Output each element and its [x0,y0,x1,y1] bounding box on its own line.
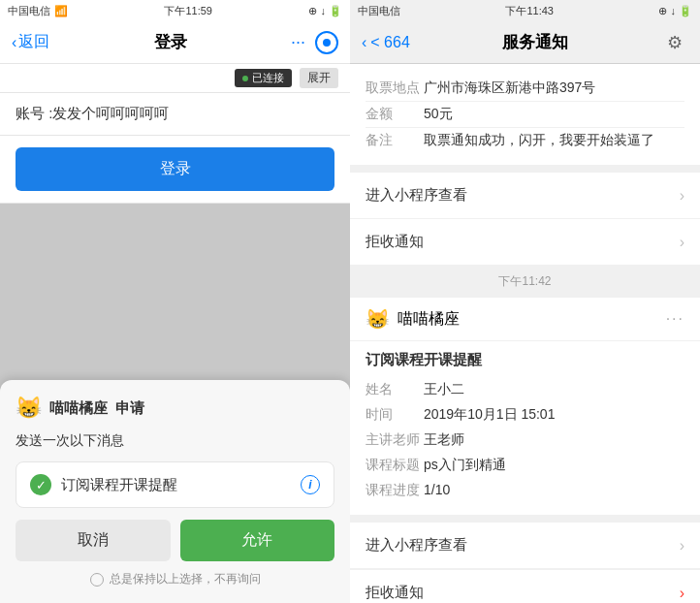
chevron-right-icon-4: › [680,585,684,602]
status-icons-left: ⊕ ↓ 🔋 [308,5,342,17]
left-panel: 中国电信 📶 下午11:59 ⊕ ↓ 🔋 ‹ 返回 登录 ··· 已连接 展开 … [0,0,350,603]
notif-row-amount: 金额 50元 [366,102,684,128]
notif-row-location: 取票地点 广州市海珠区新港中路397号 [366,76,684,102]
chevron-right-icon-1: › [680,187,684,205]
connected-bar: 已连接 展开 [0,64,350,93]
connected-badge: 已连接 [235,69,292,87]
permission-overlay: 😸 喵喵橘座 申请 发送一次以下消息 ✓ 订阅课程开课提醒 i 取消 允许 总是… [0,380,350,603]
page-title-right: 服务通知 [502,31,568,53]
back-label-left: 返回 [18,32,49,52]
message-rows: 姓名 王小二 时间 2019年10月1日 15:01 主讲老师 王老师 课程标题… [350,373,700,515]
target-inner [323,39,331,47]
action-item-view-label: 进入小程序查看 [366,186,467,205]
chevron-left-icon-right: ‹ [362,34,366,51]
sender-emoji-icon: 😸 [366,307,390,331]
notif-value-amount: 50元 [424,106,684,123]
notif-label-amount: 金额 [366,106,424,123]
signal-icons-left: ⊕ ↓ 🔋 [308,5,342,17]
msg-action-reject-label: 拒收通知 [366,584,424,602]
notif-value-note: 取票通知成功，闪开，我要开始装逼了 [424,132,684,149]
time-right: 下午11:43 [505,4,554,18]
msg-row-teacher: 主讲老师 王老师 [366,428,684,453]
cancel-button[interactable]: 取消 [16,520,171,561]
msg-row-name: 姓名 王小二 [366,377,684,402]
msg-action-item-reject[interactable]: 拒收通知 › [350,569,700,603]
nav-bar-right: ‹ < 664 服务通知 ⚙ [350,21,700,64]
message-more-icon[interactable]: ··· [666,310,684,328]
notification-card: 取票地点 广州市海珠区新港中路397号 金额 50元 备注 取票通知成功，闪开，… [350,64,700,165]
permission-header: 😸 喵喵橘座 申请 [16,396,334,421]
app-name-label: 喵喵橘座 [49,399,108,418]
msg-label-progress: 课程进度 [366,482,424,499]
back-button-right[interactable]: ‹ < 664 [362,34,410,51]
info-icon[interactable]: i [301,475,320,494]
sender-name: 喵喵橘座 [398,309,460,330]
msg-action-item-view[interactable]: 进入小程序查看 › [350,523,700,568]
notif-label-location: 取票地点 [366,79,424,97]
right-panel: 中国电信 下午11:43 ⊕ ↓ 🔋 ‹ < 664 服务通知 ⚙ 取票地点 广… [350,0,700,603]
scroll-content: 取票地点 广州市海珠区新港中路397号 金额 50元 备注 取票通知成功，闪开，… [350,64,700,603]
radio-empty-icon[interactable] [90,573,104,587]
notif-label-note: 备注 [366,132,424,149]
action-item-reject[interactable]: 拒收通知 › [350,219,700,265]
account-text: 账号 :发发个呵呵呵呵呵 [16,105,169,121]
time-left: 下午11:59 [164,4,212,18]
settings-gear-icon[interactable]: ⚙ [661,29,688,56]
msg-value-name: 王小二 [424,381,464,398]
msg-label-time: 时间 [366,406,424,424]
back-button-left[interactable]: ‹ 返回 [12,32,49,52]
status-bar-left: 中国电信 📶 下午11:59 ⊕ ↓ 🔋 [0,0,350,21]
status-bar-right: 中国电信 下午11:43 ⊕ ↓ 🔋 [350,0,700,21]
page-title-left: 登录 [154,31,187,53]
permission-item-text: 订阅课程开课提醒 [61,476,291,494]
action-item-view[interactable]: 进入小程序查看 › [350,173,700,218]
message-card: 😸 喵喵橘座 ··· 订阅课程开课提醒 姓名 王小二 时间 2019年10月1日… [350,298,700,515]
chevron-right-icon-2: › [680,234,684,251]
action-item-reject-label: 拒收通知 [366,233,424,251]
message-title: 订阅课程开课提醒 [350,341,700,373]
account-section: 账号 :发发个呵呵呵呵呵 [0,93,350,136]
msg-label-teacher: 主讲老师 [366,431,424,449]
msg-row-course: 课程标题 ps入门到精通 [366,453,684,478]
msg-label-name: 姓名 [366,381,424,398]
wifi-icon-left: 📶 [54,5,68,17]
more-icon[interactable]: ··· [291,32,305,52]
nav-actions-left: ··· [291,31,338,54]
permission-buttons: 取消 允许 [16,520,334,561]
message-sender: 😸 喵喵橘座 [366,307,460,331]
msg-value-course: ps入门到精通 [424,457,506,474]
msg-value-progress: 1/10 [424,482,450,499]
status-carrier-left: 中国电信 📶 [8,4,68,18]
apply-label: 申请 [115,399,144,418]
app-emoji-icon: 😸 [16,396,42,421]
msg-label-course: 课程标题 [366,457,424,474]
icons-right: ⊕ ↓ 🔋 [658,5,692,17]
carrier-left: 中国电信 [8,4,50,18]
check-icon: ✓ [30,474,51,495]
target-icon[interactable] [315,31,338,54]
login-button[interactable]: 登录 [16,147,334,191]
keep-label: 总是保持以上选择，不再询问 [110,571,261,587]
msg-row-time: 时间 2019年10月1日 15:01 [366,402,684,428]
send-label: 发送一次以下消息 [16,432,334,450]
notif-row-note: 备注 取票通知成功，闪开，我要开始装逼了 [366,128,684,153]
connected-dot [242,76,248,81]
nav-bar-left: ‹ 返回 登录 ··· [0,21,350,64]
msg-row-progress: 课程进度 1/10 [366,478,684,503]
chevron-left-icon: ‹ [12,34,16,51]
chevron-right-icon-3: › [680,537,684,555]
connected-label: 已连接 [252,71,284,85]
expand-button[interactable]: 展开 [300,68,338,88]
login-button-section: 登录 [0,136,350,204]
permission-item: ✓ 订阅课程开课提醒 i [16,461,334,508]
msg-value-teacher: 王老师 [424,431,464,449]
back-num-label: < 664 [370,34,409,51]
time-divider: 下午11:42 [350,266,700,298]
message-header: 😸 喵喵橘座 ··· [350,298,700,341]
carrier-right: 中国电信 [358,4,400,18]
notif-value-location: 广州市海珠区新港中路397号 [424,79,684,97]
keep-selected-row: 总是保持以上选择，不再询问 [16,571,334,587]
msg-action-view-label: 进入小程序查看 [366,536,467,555]
msg-value-time: 2019年10月1日 15:01 [424,406,555,424]
allow-button[interactable]: 允许 [180,520,335,561]
